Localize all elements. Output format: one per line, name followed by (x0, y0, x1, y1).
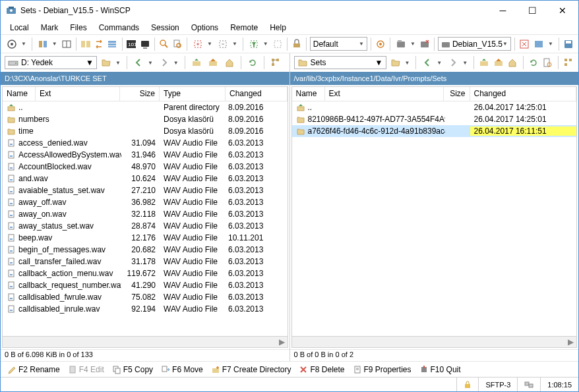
session-tabs-button[interactable] (394, 37, 408, 51)
local-listview: Name Ext Size Type Changed ..Parent dire… (2, 86, 288, 348)
remote-hscroll[interactable]: ▶ (292, 336, 577, 347)
remote-drive-combo[interactable]: Sets ▼ (294, 56, 386, 69)
workspace-button[interactable] (532, 37, 546, 51)
local-hscroll[interactable]: ▶ (3, 336, 288, 347)
remote-file-list[interactable]: ..26.04.2017 14:25:018210986B-9412-497f-… (292, 101, 577, 336)
col-ext[interactable]: Ext (325, 87, 444, 101)
local-open-button[interactable] (99, 55, 113, 70)
op-properties[interactable]: F9 Properties (350, 364, 414, 375)
list-item[interactable]: ..Parent directory8.09.2016 (3, 101, 288, 113)
minimize-button[interactable]: ─ (488, 1, 518, 20)
wav-icon (7, 186, 16, 195)
local-drive-combo[interactable]: D: Yedek ▼ (5, 56, 97, 69)
op-move[interactable]: F6 Move (158, 364, 206, 375)
remote-parent-button[interactable] (478, 55, 491, 70)
op-rename[interactable]: F2 Rename (5, 364, 63, 375)
list-item[interactable]: callback_action_menu.wav119.672WAV Audio… (3, 267, 288, 279)
remote-forward-button[interactable] (446, 55, 460, 70)
remote-back-button[interactable] (420, 55, 435, 70)
remote-home-button[interactable] (506, 55, 519, 70)
find-files-button[interactable] (171, 37, 183, 51)
local-file-list[interactable]: ..Parent directory8.09.2016numbersDosya … (3, 101, 288, 336)
op-copy[interactable]: F5 Copy (109, 364, 156, 375)
compare-button[interactable] (61, 37, 73, 51)
list-item[interactable]: away_off.wav36.982WAV Audio File6.03.201… (3, 196, 288, 208)
list-item[interactable]: access_denied.wav31.094WAV Audio File6.0… (3, 137, 288, 149)
transfer-settings-combo[interactable]: Default▼ (310, 37, 367, 51)
list-item[interactable]: AccessAllowedBySystem.wav31.946WAV Audio… (3, 149, 288, 161)
remote-refresh-button[interactable] (527, 55, 539, 70)
unselect-button[interactable] (216, 37, 230, 51)
list-item[interactable]: and.wav10.624WAV Audio File6.03.2013 (3, 173, 288, 184)
queue-button[interactable] (106, 37, 118, 51)
list-item[interactable]: begin_of_messages.wav20.682WAV Audio Fil… (3, 244, 288, 256)
menu-remote[interactable]: Remote (225, 22, 263, 34)
select-button[interactable] (191, 37, 205, 51)
close-button[interactable]: ✕ (547, 1, 577, 20)
remote-bookmark-button[interactable] (541, 55, 554, 70)
list-item[interactable]: timeDosya klasörü8.09.2016 (3, 125, 288, 137)
menu-files[interactable]: Files (65, 22, 92, 34)
col-type[interactable]: Type (160, 87, 226, 101)
local-path[interactable]: D:\3CX\Anonslar\TURKCE SET (1, 72, 290, 85)
op-mkdir[interactable]: F7 Create Directory (208, 364, 294, 375)
col-ext[interactable]: Ext (36, 87, 120, 101)
col-size[interactable]: Size (444, 87, 470, 101)
disconnect-button[interactable] (518, 37, 530, 51)
menu-options[interactable]: Options (186, 22, 224, 34)
local-home-button[interactable] (222, 55, 237, 70)
menu-commands[interactable]: Commands (94, 22, 144, 34)
local-parent-button[interactable] (189, 55, 204, 70)
col-changed[interactable]: Changed (470, 87, 577, 101)
remote-root-button[interactable] (492, 55, 504, 70)
list-item[interactable]: callback_request_number.wav41.290WAV Aud… (3, 279, 288, 291)
col-name[interactable]: Name (292, 87, 325, 101)
sync-button[interactable] (36, 37, 50, 51)
remote-path[interactable]: /var/lib/3cxpbx/Instance1/Data/Ivr/Promp… (290, 72, 579, 85)
clear-filter-button[interactable] (272, 37, 284, 51)
list-item[interactable]: away_on.wav32.118WAV Audio File6.03.2013 (3, 208, 288, 220)
local-tree-button[interactable] (268, 55, 283, 70)
list-item[interactable]: 8210986B-9412-497f-AD77-3A554F4A9BDB26.0… (292, 113, 577, 125)
commander-button[interactable] (80, 37, 92, 51)
menu-local[interactable]: Local (5, 22, 34, 34)
maximize-button[interactable]: ☐ (518, 1, 547, 20)
local-back-button[interactable] (131, 55, 146, 70)
window-title: Sets - Debian_V15.5 - WinSCP (20, 6, 488, 15)
list-item[interactable]: call_transfer_failed.wav31.178WAV Audio … (3, 256, 288, 267)
list-item[interactable]: numbersDosya klasörü8.09.2016 (3, 113, 288, 125)
save-workspace-button[interactable] (563, 37, 574, 51)
list-item[interactable]: a7626f46-fd46-4c6c-912d-4a91b839ac4926.0… (292, 125, 577, 137)
op-quit[interactable]: F10 Quit (417, 364, 464, 375)
remote-status: 0 B of 0 B in 0 of 2 (290, 349, 579, 361)
list-item[interactable]: calldisabled_inrule.wav92.194WAV Audio F… (3, 303, 288, 315)
new-session-button[interactable] (5, 37, 19, 51)
preferences-button[interactable] (291, 37, 303, 51)
local-refresh-button[interactable] (245, 55, 260, 70)
col-changed[interactable]: Changed (226, 87, 288, 101)
sync-browse-button[interactable] (93, 37, 105, 51)
list-item[interactable]: away_status_set.wav28.874WAV Audio File6… (3, 220, 288, 232)
menu-help[interactable]: Help (264, 22, 291, 34)
local-root-button[interactable] (206, 55, 220, 70)
filter-button[interactable] (247, 37, 261, 51)
list-item[interactable]: AccountBlocked.wav48.970WAV Audio File6.… (3, 161, 288, 173)
menu-session[interactable]: Session (146, 22, 185, 34)
local-forward-button[interactable] (157, 55, 171, 70)
menu-mark[interactable]: Mark (36, 22, 64, 34)
remote-open-button[interactable] (388, 55, 403, 70)
remote-tree-button[interactable] (562, 55, 574, 70)
close-session-button[interactable] (419, 37, 431, 51)
session-combo[interactable]: Debian_V15.5▼ (438, 37, 511, 51)
list-item[interactable]: beep.wav12.176WAV Audio File10.11.201 (3, 232, 288, 244)
console-button[interactable]: 101 (125, 37, 137, 51)
find-button[interactable] (158, 37, 170, 51)
list-item[interactable]: avaiable_status_set.wav27.210WAV Audio F… (3, 184, 288, 196)
col-size[interactable]: Size (120, 87, 160, 101)
transfer-config-button[interactable] (375, 37, 386, 51)
list-item[interactable]: calldisabled_fwrule.wav75.082WAV Audio F… (3, 291, 288, 303)
col-name[interactable]: Name (3, 87, 36, 101)
op-delete[interactable]: F8 Delete (296, 364, 347, 375)
list-item[interactable]: ..26.04.2017 14:25:01 (292, 101, 577, 113)
putty-button[interactable] (139, 37, 151, 51)
